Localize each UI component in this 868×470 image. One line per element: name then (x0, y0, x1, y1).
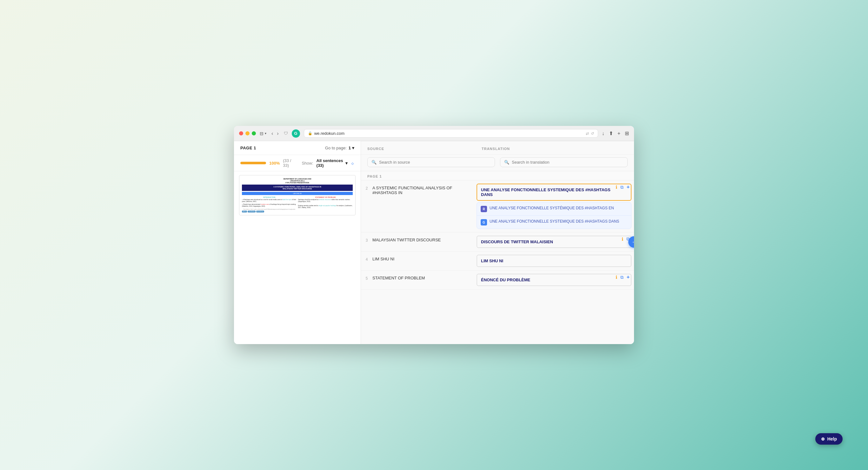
suggestion-icon-1: R (481, 206, 487, 212)
share-button[interactable]: ⬆ (609, 130, 613, 136)
info-button-5[interactable]: ℹ (615, 274, 618, 281)
translation-rows: 2 A SYSTEMIC FUNCTIONAL ANALYSIS OF #HAS… (361, 180, 634, 344)
grid-view-button[interactable]: ⊞ (625, 130, 629, 136)
copy-button-2[interactable]: ⧉ (620, 183, 624, 191)
source-search-input[interactable] (379, 160, 491, 165)
doc-bottom-text: Sometimes I don't quite understand mysel… (242, 208, 297, 210)
maximize-button[interactable] (252, 131, 256, 135)
lock-icon: 🔒 (308, 131, 312, 135)
browser-chrome: ⊟▾ ‹ › 🛡 G 🔒 we.redokun.com ⇄ ↺ ↓ ⬆ + ⊞ (234, 126, 634, 141)
doc-name-text: LIM SHU NI (242, 192, 353, 195)
goto-page: Go to page: 1 ▾ (325, 145, 354, 150)
translation-input-4[interactable]: LIM SHU NI (476, 255, 631, 267)
translation-cell-2: UNE ANALYSE FONCTIONNELLE SYSTEMIQUE DES… (474, 180, 634, 232)
page-section-label: PAGE 1 (361, 171, 634, 180)
add-tab-button[interactable]: + (618, 131, 620, 136)
doc-problem-title: STATEMENT OF PROBLEM (298, 196, 353, 198)
nav-arrows: ‹ › (270, 130, 280, 137)
search-row: 🔍 🔍 (361, 155, 634, 171)
translation-search-wrap[interactable]: 🔍 (500, 157, 628, 167)
minimize-button[interactable] (245, 131, 250, 135)
translation-input-2[interactable]: UNE ANALYSE FONCTIONNELLE SYSTEMIQUE DES… (476, 183, 631, 201)
doc-header-text: DEPARTMENT OF LANGUAGES ANDLINGUISTICS (… (242, 178, 353, 183)
nav-forward-button[interactable]: › (276, 130, 280, 137)
address-bar[interactable]: 🔒 we.redokun.com ⇄ ↺ (304, 129, 598, 138)
help-icon: ⊕ (821, 436, 825, 441)
table-row: 3 MALAYSIAN TWITTER DISCOURSE DISCOURS D… (361, 232, 634, 251)
left-panel: PAGE 1 Go to page: 1 ▾ 100% (33 / 33) Sh… (234, 141, 361, 344)
translation-search-input[interactable] (512, 160, 623, 165)
translation-input-5[interactable]: ÉNONCÉ DU PROBLÈME (476, 274, 631, 286)
source-text-2: A SYSTEMIC FUNCTIONAL ANALYSIS OF #HASHT… (372, 180, 474, 200)
source-text-5: STATEMENT OF PROBLEM (372, 271, 474, 286)
goto-label: Go to page: (325, 145, 347, 150)
row-5-actions: ℹ ⧉ + (615, 274, 630, 281)
row-number-2: 2 (361, 180, 372, 191)
traffic-lights (239, 131, 256, 135)
translation-cell-4: LIM SHU NI (474, 251, 634, 270)
close-button[interactable] (239, 131, 243, 135)
page-number-select[interactable]: 1 ▾ (349, 145, 354, 150)
source-search-icon: 🔍 (371, 160, 376, 165)
url-text: we.redokun.com (314, 131, 344, 136)
suggestions-dropdown: R UNE ANALYSE FONCTIONNELLE SYSTÉMIQUE D… (476, 202, 631, 229)
doc-bullet-1: □ #Hashtags were introduced as a tool fo… (242, 199, 297, 203)
source-search-wrap[interactable]: 🔍 (367, 157, 495, 167)
table-row: 5 STATEMENT OF PROBLEM ÉNONCÉ DU PROBLÈM… (361, 271, 634, 290)
suggestion-item-2[interactable]: G UNE ANALYSE FONCTIONNELLE SYSTEMIQUE D… (477, 216, 631, 229)
filter-button[interactable]: ⬦ (351, 160, 354, 167)
doc-intro-title: INTRODUCTION (242, 196, 297, 198)
shield-icon: 🛡 (284, 131, 288, 136)
hashtag-badges: #MeToo#JustKidding#Humblebrag (242, 210, 297, 212)
show-label: Show: (302, 161, 313, 166)
translation-cell-3: DISCOURS DE TWITTER MALAISIEN ℹ ⧉ (474, 232, 634, 251)
progress-count: (33 / 33) (283, 158, 295, 168)
source-text-4: LIM SHU NI (372, 251, 474, 266)
refresh-icon[interactable]: ↺ (591, 131, 594, 136)
row-number-5: 5 (361, 271, 372, 281)
translation-column-label: TRANSLATION (482, 147, 510, 150)
grammarly-icon[interactable]: G (292, 129, 300, 138)
right-content-area: SOURCE TRANSLATION 🔍 🔍 PAGE 1 (361, 141, 634, 344)
page-header: PAGE 1 Go to page: 1 ▾ (234, 141, 361, 155)
row-number-4: 4 (361, 251, 372, 262)
doc-bullet-2: □ People have demonstrated creative uses… (242, 204, 297, 208)
suggestion-icon-2: G (481, 219, 487, 226)
nav-back-button[interactable]: ‹ (270, 130, 274, 137)
help-button[interactable]: ⊕ Help (815, 433, 843, 445)
page-select-chevron: ▾ (352, 145, 354, 150)
browser-actions: ↓ ⬆ + ⊞ (602, 130, 629, 136)
doc-right-items: Hashtags should be analysed as semiotic … (298, 199, 353, 209)
add-button-5[interactable]: + (626, 274, 630, 281)
show-filter-select[interactable]: All sentences (33) ▾ (316, 158, 348, 168)
source-column-label: SOURCE (367, 147, 384, 150)
progress-fill (240, 162, 266, 164)
suggestion-text-2: UNE ANALYSE FONCTIONNELLE SYSTEMIQUE DES… (490, 219, 619, 224)
table-row: 4 LIM SHU NI LIM SHU NI (361, 251, 634, 271)
row-number-3: 3 (361, 232, 372, 243)
translate-page-icon[interactable]: ⇄ (586, 131, 589, 136)
add-button-2[interactable]: + (626, 183, 630, 191)
col-translation-header: TRANSLATION (482, 145, 628, 151)
download-button[interactable]: ↓ (602, 131, 604, 136)
doc-title-text: A SYSTEMIC FUNCTIONAL ANALYSIS OF #HASHT… (242, 184, 353, 191)
translation-search-icon: 🔍 (504, 160, 509, 165)
suggestion-text-1: UNE ANALYSE FONCTIONNELLE SYSTÉMIQUE DES… (490, 205, 614, 211)
document-thumbnail: DEPARTMENT OF LANGUAGES ANDLINGUISTICS (… (239, 175, 355, 215)
translation-cell-5: ÉNONCÉ DU PROBLÈME ℹ ⧉ + (474, 271, 634, 289)
source-text-3: MALAYSIAN TWITTER DISCOURSE (372, 232, 474, 247)
page-number: 1 (349, 145, 351, 150)
translation-input-3[interactable]: DISCOURS DE TWITTER MALAISIEN (476, 236, 631, 248)
show-filter-chevron: ▾ (345, 161, 348, 166)
info-button-3[interactable]: ℹ (621, 236, 624, 242)
col-source-header: SOURCE (367, 145, 482, 151)
row-2-actions: ℹ ⧉ + (615, 183, 630, 191)
info-button-2[interactable]: ℹ (615, 183, 618, 191)
table-row: 2 A SYSTEMIC FUNCTIONAL ANALYSIS OF #HAS… (361, 180, 634, 232)
help-label: Help (827, 436, 837, 441)
copy-button-5[interactable]: ⧉ (620, 274, 624, 281)
suggestion-item-1[interactable]: R UNE ANALYSE FONCTIONNELLE SYSTÉMIQUE D… (477, 202, 631, 216)
progress-percentage: 100% (269, 161, 280, 166)
page-label: PAGE 1 (240, 145, 256, 150)
sidebar-toggle[interactable]: ⊟▾ (260, 131, 267, 136)
